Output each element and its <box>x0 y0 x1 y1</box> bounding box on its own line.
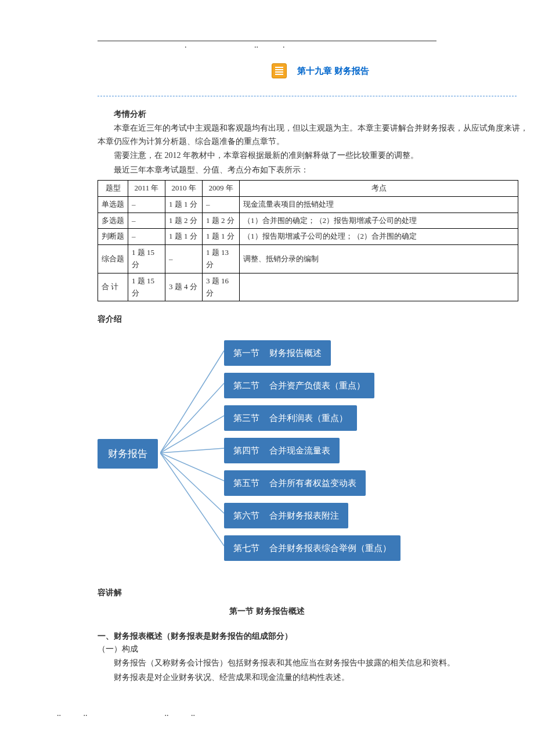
section1-p1: 财务报告（又称财务会计报告）包括财务报表和其他应当在财务报告中披露的相关信息和资… <box>98 657 534 669</box>
th-2011: 2011 年 <box>128 180 165 196</box>
table-body: 单选题 – 1 题 1 分 – 现金流量表项目的抵销处理 多选题 – 1 题 2… <box>98 196 518 301</box>
table-row: 综合题 1 题 15 分 – 1 题 13 分 调整、抵销分录的编制 <box>98 245 518 273</box>
diagram-section-7: 第七节 合并财务报表综合举例（重点） <box>224 535 400 561</box>
svg-line-5 <box>160 453 224 513</box>
diagram-section-5: 第五节 合并所有者权益变动表 <box>224 470 366 496</box>
diagram-section-3: 第三节 合并利润表（重点） <box>224 405 357 431</box>
diagram-root: 财务报告 <box>98 439 158 469</box>
sections-diagram: 财务报告 第一节 财务报告概述 第二节 合并资产负债表（重点） 第三节 合并利润… <box>98 337 534 569</box>
analysis-p1: 本章在近三年的考试中主观题和客观题均有出现，但以主观题为主。本章主要讲解合并财务… <box>98 122 534 148</box>
section1-h1: 一、财务报表概述（财务报表是财务报告的组成部分） <box>98 630 534 643</box>
analysis-p3: 最近三年本章考试题型、分值、考点分布如下表所示： <box>98 164 534 177</box>
svg-line-0 <box>160 351 224 453</box>
analysis-heading: 考情分析 <box>98 108 534 121</box>
document-icon <box>272 63 287 78</box>
diagram-connectors <box>160 337 224 569</box>
svg-line-2 <box>160 416 224 453</box>
diagram-section-2: 第二节 合并资产负债表（重点） <box>224 373 374 398</box>
table-row: 判断题 – 1 题 1 分 1 题 1 分 （1）报告期增减子公司的处理；（2）… <box>98 229 518 245</box>
th-points: 考点 <box>240 180 518 196</box>
svg-line-3 <box>160 448 224 453</box>
th-type: 题型 <box>98 180 128 196</box>
table-row: 多选题 – 1 题 2 分 1 题 2 分 （1）合并围的确定；（2）报告期增减… <box>98 213 518 229</box>
th-2009: 2009 年 <box>203 180 240 196</box>
table-header-row: 题型 2011 年 2010 年 2009 年 考点 <box>98 180 518 196</box>
page-content: 第十九章 财务报告 考情分析 本章在近三年的考试中主观题和客观题均有出现，但以主… <box>0 46 534 684</box>
intro-heading: 容介绍 <box>98 313 534 326</box>
section1-h2: （一）构成 <box>98 643 534 656</box>
dashed-separator <box>98 96 517 96</box>
exam-table: 题型 2011 年 2010 年 2009 年 考点 单选题 – 1 题 1 分… <box>98 180 518 301</box>
chapter-title: 第十九章 财务报告 <box>297 64 369 78</box>
svg-line-1 <box>160 383 224 453</box>
diagram-section-1: 第一节 财务报告概述 <box>224 340 331 366</box>
section1-p2: 财务报表是对企业财务状况、经营成果和现金流量的结构性表述。 <box>98 671 534 684</box>
section1-title: 第一节 财务报告概述 <box>98 605 534 618</box>
explain-heading: 容讲解 <box>98 586 534 599</box>
footer-dots: .. .. .. .. <box>57 707 534 720</box>
diagram-section-4: 第四节 合并现金流量表 <box>224 438 340 463</box>
th-2010: 2010 年 <box>165 180 203 196</box>
analysis-p2: 需要注意，在 2012 年教材中，本章容根据最新的准则解释做了一些比较重要的调整… <box>98 149 534 162</box>
chapter-title-row: 第十九章 财务报告 <box>272 63 534 78</box>
table-row: 单选题 – 1 题 1 分 – 现金流量表项目的抵销处理 <box>98 196 518 213</box>
table-row: 合 计 1 题 15 分 3 题 4 分 3 题 16 分 <box>98 273 518 301</box>
diagram-section-6: 第六节 合并财务报表附注 <box>224 503 348 528</box>
top-dots-decoration <box>98 41 436 46</box>
